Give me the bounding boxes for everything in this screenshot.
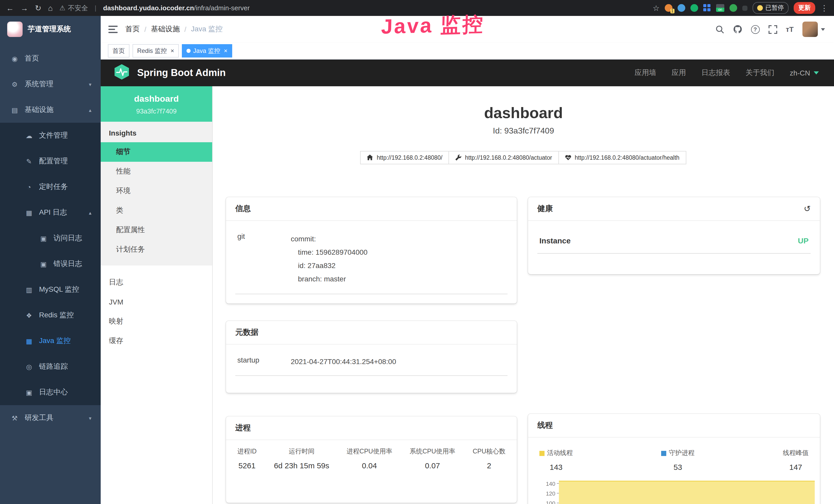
doc-icon: ▣ bbox=[39, 234, 48, 242]
chevron-down-icon: ▾ bbox=[89, 415, 91, 421]
sba-nav-applications[interactable]: 应用 bbox=[672, 68, 686, 77]
sba-item-caches[interactable]: 缓存 bbox=[101, 331, 212, 351]
bookmark-star-icon[interactable]: ☆ bbox=[653, 3, 660, 13]
hamburger-icon[interactable] bbox=[101, 25, 125, 33]
font-size-icon[interactable]: тT bbox=[786, 25, 794, 33]
chevron-down-icon: ▾ bbox=[89, 82, 91, 87]
card-title: 线程 bbox=[537, 420, 553, 430]
breadcrumb-home[interactable]: 首页 bbox=[125, 25, 140, 34]
browser-forward-button[interactable]: → bbox=[21, 4, 28, 12]
browser-update-button[interactable]: 更新 bbox=[794, 2, 815, 14]
tools-icon: ⚒ bbox=[10, 414, 19, 422]
sidebar-item-config-management[interactable]: ✎配置管理 bbox=[0, 148, 101, 174]
redis-icon: ❖ bbox=[25, 312, 34, 319]
sba-item-scheduled-tasks[interactable]: 计划任务 bbox=[101, 240, 212, 259]
spring-boot-admin: Spring Boot Admin 应用墙 应用 日志报表 关于我们 zh-CN… bbox=[101, 60, 834, 504]
locale-select[interactable]: zh-CN bbox=[790, 69, 819, 77]
sidebar-item-scheduled-jobs[interactable]: ◔定时任务 bbox=[0, 174, 101, 200]
smiley-icon bbox=[757, 5, 763, 11]
service-url-button[interactable]: http://192.168.0.2:48080/ bbox=[360, 151, 449, 164]
sidebar-item-home[interactable]: ◉首页 bbox=[0, 46, 101, 71]
sba-nav-about[interactable]: 关于我们 bbox=[746, 68, 774, 77]
sidebar-item-api-logs[interactable]: ▦API 日志▴ bbox=[0, 200, 101, 225]
sidebar-item-trace[interactable]: ◎链路追踪 bbox=[0, 354, 101, 380]
trace-icon: ◎ bbox=[25, 363, 34, 370]
breadcrumb-infrastructure[interactable]: 基础设施 bbox=[151, 25, 180, 34]
admin-sidebar: 芋道管理系统 ◉首页 ⚙系统管理▾ ▤基础设施▴ ☁文件管理 ✎配置管理 ◔定时… bbox=[0, 16, 101, 504]
infra-icon: ▤ bbox=[10, 106, 19, 114]
instance-header[interactable]: dashboard 93a3fc7f7409 bbox=[101, 86, 212, 122]
sidebar-item-log-center[interactable]: ▣日志中心 bbox=[0, 380, 101, 405]
cloud-icon: ☁ bbox=[25, 132, 34, 139]
process-stats: 进程ID5261 运行时间6d 23h 15m 59s 进程CPU使用率0.04… bbox=[226, 440, 517, 473]
tag-home[interactable]: 首页 bbox=[108, 44, 129, 58]
health-url-button[interactable]: http://192.168.0.2:48080/actuator/health bbox=[558, 151, 686, 164]
help-icon[interactable]: ? bbox=[751, 25, 760, 33]
sidebar-item-dev-tools[interactable]: ⚒研发工具▾ bbox=[0, 405, 101, 431]
sba-item-mappings[interactable]: 映射 bbox=[101, 312, 212, 331]
sba-logo-icon bbox=[113, 63, 130, 83]
metadata-row: startup 2021-04-27T00:44:31.254+08:00 bbox=[235, 350, 507, 376]
extension-icon-5[interactable] bbox=[729, 4, 737, 12]
browser-home-button[interactable]: ⌂ bbox=[48, 4, 53, 12]
address-bar[interactable]: dashboard.yudao.iocoder.cn/infra/admin-s… bbox=[103, 4, 250, 12]
sba-item-classes[interactable]: 类 bbox=[101, 201, 212, 220]
browser-menu-kebab[interactable]: ⋮ bbox=[820, 3, 828, 13]
insights-section-label: Insights bbox=[101, 122, 212, 142]
sba-nav-wallboard[interactable]: 应用墙 bbox=[635, 68, 656, 77]
actuator-url-button[interactable]: http://192.168.0.2:48080/actuator bbox=[448, 151, 559, 164]
tag-java-monitor[interactable]: Java 监控× bbox=[182, 44, 232, 58]
extension-icon-4[interactable] bbox=[703, 4, 711, 12]
github-icon[interactable] bbox=[733, 25, 742, 34]
sba-nav-journal[interactable]: 日志报表 bbox=[701, 68, 730, 77]
extension-icon-3[interactable] bbox=[690, 4, 698, 12]
browser-reload-button[interactable]: ↻ bbox=[35, 3, 41, 13]
user-menu[interactable] bbox=[803, 22, 825, 37]
health-heart-icon bbox=[565, 155, 571, 161]
paused-chip[interactable]: 已暂停 bbox=[752, 2, 789, 14]
extension-icon-6[interactable] bbox=[742, 5, 747, 10]
sidebar-item-error-logs[interactable]: ▣错误日志 bbox=[0, 251, 101, 277]
breadcrumb-current: Java 监控 bbox=[191, 25, 223, 34]
metadata-card: 元数据 startup 2021-04-27T00:44:31.254+08:0… bbox=[226, 321, 517, 393]
sidebar-item-redis-monitor[interactable]: ❖Redis 监控 bbox=[0, 302, 101, 328]
sba-item-config-props[interactable]: 配置属性 bbox=[101, 220, 212, 240]
gear-icon: ⚙ bbox=[10, 81, 19, 88]
sidebar-item-mysql-monitor[interactable]: ▥MySQL 监控 bbox=[0, 277, 101, 302]
browser-back-button[interactable]: ← bbox=[6, 4, 14, 12]
sidebar-item-infrastructure[interactable]: ▤基础设施▴ bbox=[0, 97, 101, 123]
java-monitor-icon: ▦ bbox=[25, 337, 34, 345]
sba-item-environment[interactable]: 环境 bbox=[101, 181, 212, 201]
sidebar-item-system-management[interactable]: ⚙系统管理▾ bbox=[0, 71, 101, 97]
sba-item-metrics[interactable]: 性能 bbox=[101, 162, 212, 181]
chevron-up-icon: ▴ bbox=[89, 107, 91, 113]
sba-item-details[interactable]: 细节 bbox=[101, 142, 212, 162]
legend-swatch-daemon-threads bbox=[661, 451, 666, 456]
extension-icon-1[interactable]: 1 bbox=[665, 4, 673, 12]
home-icon bbox=[367, 155, 373, 161]
instance-id-line: Id: 93a3fc7f7409 bbox=[213, 126, 834, 136]
search-icon[interactable] bbox=[715, 25, 724, 33]
tag-redis-monitor[interactable]: Redis 监控× bbox=[133, 44, 179, 58]
wrench-icon bbox=[455, 155, 461, 161]
log-center-icon: ▣ bbox=[25, 388, 34, 396]
avatar bbox=[803, 22, 818, 37]
sba-item-jvm[interactable]: JVM bbox=[101, 292, 212, 312]
url-separator: | bbox=[95, 4, 96, 12]
extension-icon-on[interactable]: on bbox=[716, 4, 724, 12]
chart-y-axis: 140 120 100 bbox=[541, 479, 559, 504]
screen: ← → ↻ ⌂ ⚠ 不安全 | dashboard.yudao.iocoder.… bbox=[0, 0, 834, 504]
edit-icon: ✎ bbox=[25, 157, 34, 165]
sidebar-item-java-monitor[interactable]: ▦Java 监控 bbox=[0, 328, 101, 354]
extension-icon-2[interactable] bbox=[678, 4, 685, 12]
history-icon[interactable]: ↺ bbox=[804, 204, 811, 214]
sidebar-item-file-management[interactable]: ☁文件管理 bbox=[0, 123, 101, 148]
fullscreen-icon[interactable] bbox=[768, 25, 777, 33]
close-icon[interactable]: × bbox=[224, 47, 227, 54]
security-warning[interactable]: ⚠ 不安全 bbox=[59, 3, 88, 13]
sidebar-item-access-logs[interactable]: ▣访问日志 bbox=[0, 225, 101, 251]
legend-swatch-active-threads bbox=[540, 451, 545, 456]
close-icon[interactable]: × bbox=[171, 47, 174, 54]
sba-item-logs[interactable]: 日志 bbox=[101, 273, 212, 292]
git-info-row: git commit: time: 1596289704000 id: 27aa… bbox=[235, 226, 507, 294]
